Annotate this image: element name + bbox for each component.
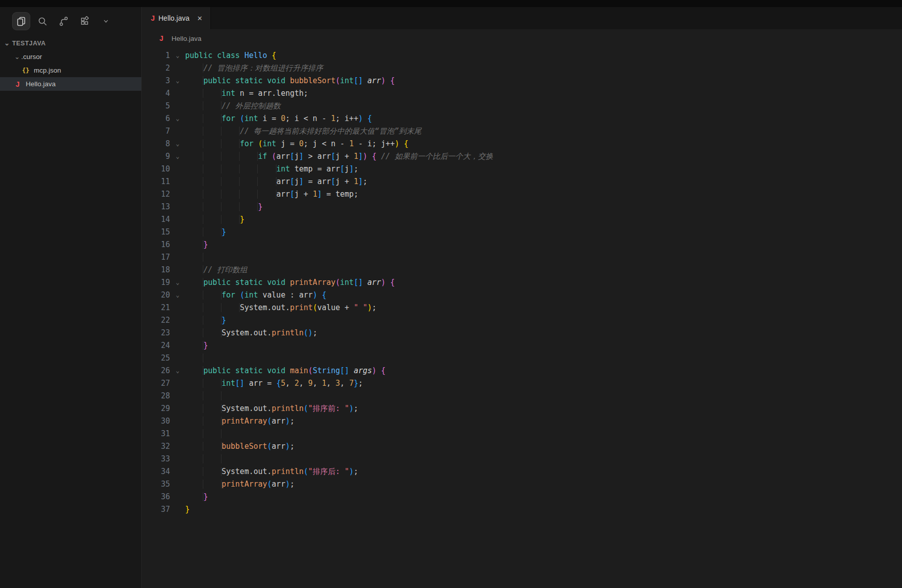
code-line[interactable]: 33: [142, 453, 902, 465]
code-token: {: [367, 114, 372, 123]
code-line[interactable]: 4 int n = arr.length;: [142, 87, 902, 100]
code-line-text: arr[j + 1] = temp;: [185, 188, 902, 201]
code-token: [349, 366, 354, 375]
code-line[interactable]: 6⌄ for (int i = 0; i < n - 1; i++) {: [142, 112, 902, 125]
chevron-down-icon[interactable]: [97, 12, 115, 30]
code-line[interactable]: 27 int[] arr = {5, 2, 9, 1, 3, 7};: [142, 377, 902, 390]
code-token: args: [354, 366, 372, 375]
fold-gutter: [170, 100, 185, 112]
indent-guides: [185, 152, 258, 161]
fold-chevron-icon[interactable]: ⌄: [170, 276, 185, 289]
code-line[interactable]: 25: [142, 352, 902, 365]
code-token: arr =: [244, 379, 276, 388]
code-line[interactable]: 12 arr[j + 1] = temp;: [142, 188, 902, 201]
code-line[interactable]: 23 System.out.println();: [142, 327, 902, 339]
code-editor[interactable]: 1⌄public class Hello {2 // 冒泡排序：对数组进行升序排…: [142, 47, 902, 516]
code-line[interactable]: 15 }: [142, 226, 902, 239]
search-icon[interactable]: [33, 12, 51, 30]
fold-chevron-icon[interactable]: ⌄: [170, 138, 185, 150]
line-number: 23: [142, 327, 170, 339]
code-token: [267, 152, 272, 161]
sidebar-item-mcp-json[interactable]: {}mcp.json: [0, 64, 141, 77]
project-root-header[interactable]: ⌄ TESTJAVA: [0, 36, 141, 50]
line-number: 27: [142, 377, 170, 390]
fold-gutter: [170, 453, 185, 465]
code-line-text: System.out.print(value + " ");: [185, 302, 902, 314]
tab-hello-java[interactable]: J Hello.java ✕: [142, 7, 211, 29]
fold-chevron-icon[interactable]: ⌄: [170, 75, 185, 87]
code-line[interactable]: 5 // 外层控制趟数: [142, 100, 902, 112]
extensions-icon[interactable]: [76, 12, 94, 30]
code-token: {: [372, 152, 376, 161]
fold-gutter: [170, 226, 185, 239]
code-line[interactable]: 24 }: [142, 339, 902, 352]
code-line[interactable]: 3⌄ public static void bubbleSort(int[] a…: [142, 75, 902, 87]
source-control-icon[interactable]: [54, 12, 73, 30]
code-line[interactable]: 7 // 每一趟将当前未排好部分中的最大值“冒泡”到末尾: [142, 125, 902, 138]
code-token: [267, 51, 272, 60]
code-line[interactable]: 34 System.out.println("排序后: ");: [142, 465, 902, 478]
code-token: }: [203, 240, 208, 249]
code-token: }: [258, 202, 263, 211]
code-line[interactable]: 18 // 打印数组: [142, 264, 902, 276]
indent-guides: [185, 127, 240, 136]
code-line[interactable]: 31: [142, 428, 902, 440]
code-line[interactable]: 36 }: [142, 491, 902, 503]
code-line[interactable]: 10 int temp = arr[j];: [142, 163, 902, 175]
indent-guides: [185, 480, 221, 489]
code-token: void: [267, 76, 286, 85]
fold-chevron-icon[interactable]: ⌄: [170, 49, 185, 62]
code-token: }: [203, 492, 208, 501]
code-line[interactable]: 17: [142, 251, 902, 264]
indent-guides: [185, 190, 276, 199]
line-number: 29: [142, 402, 170, 415]
code-token: int: [340, 76, 354, 85]
code-line[interactable]: 11 arr[j] = arr[j + 1];: [142, 175, 902, 188]
sidebar-item-Hello-java[interactable]: JHello.java: [0, 77, 141, 91]
fold-chevron-icon[interactable]: ⌄: [170, 365, 185, 377]
code-token: [367, 152, 372, 161]
fold-chevron-icon[interactable]: ⌄: [170, 112, 185, 125]
code-line[interactable]: 8⌄ for (int j = 0; j < n - 1 - i; j++) {: [142, 138, 902, 150]
code-line[interactable]: 30 printArray(arr);: [142, 415, 902, 428]
code-line[interactable]: 2 // 冒泡排序：对数组进行升序排序: [142, 62, 902, 75]
code-token: ]: [317, 190, 322, 199]
code-line[interactable]: 1⌄public class Hello {: [142, 49, 902, 62]
code-token: (: [267, 417, 272, 426]
code-token: println: [272, 328, 304, 337]
code-line[interactable]: 29 System.out.println("排序前: ");: [142, 402, 902, 415]
code-line[interactable]: 22 }: [142, 314, 902, 327]
fold-chevron-icon[interactable]: ⌄: [170, 150, 185, 163]
code-line[interactable]: 9⌄ if (arr[j] > arr[j + 1]) { // 如果前一个比后…: [142, 150, 902, 163]
code-line-text: System.out.println("排序后: ");: [185, 465, 902, 478]
code-line[interactable]: 32 bubbleSort(arr);: [142, 440, 902, 453]
code-token: 1: [349, 139, 354, 148]
fold-gutter: [170, 503, 185, 516]
code-line[interactable]: 14 }: [142, 213, 902, 226]
java-file-icon: J: [157, 34, 166, 42]
explorer-icon[interactable]: [12, 12, 30, 30]
code-token: ;: [363, 177, 367, 186]
code-token: - i; j++: [354, 139, 394, 148]
code-token: [376, 366, 381, 375]
sidebar-item-cursor[interactable]: ⌄.cursor: [0, 50, 141, 64]
code-line[interactable]: 16 }: [142, 239, 902, 251]
fold-chevron-icon[interactable]: ⌄: [170, 289, 185, 302]
code-token: 9: [308, 379, 313, 388]
code-line[interactable]: 13 }: [142, 201, 902, 213]
indent-guides: [185, 328, 221, 337]
code-line[interactable]: 28: [142, 390, 902, 402]
line-number: 21: [142, 302, 170, 314]
code-line[interactable]: 26⌄ public static void main(String[] arg…: [142, 365, 902, 377]
breadcrumb[interactable]: J Hello.java: [142, 29, 902, 47]
code-line[interactable]: 19⌄ public static void printArray(int[] …: [142, 276, 902, 289]
indent-guides: [185, 164, 276, 173]
code-line[interactable]: 35 printArray(arr);: [142, 478, 902, 491]
code-token: arr: [276, 190, 290, 199]
code-line[interactable]: 37}: [142, 503, 902, 516]
fold-gutter: [170, 251, 185, 264]
code-line[interactable]: 20⌄ for (int value : arr) {: [142, 289, 902, 302]
close-icon[interactable]: ✕: [195, 14, 204, 23]
code-line[interactable]: 21 System.out.print(value + " ");: [142, 302, 902, 314]
code-token: value : arr: [258, 290, 313, 300]
